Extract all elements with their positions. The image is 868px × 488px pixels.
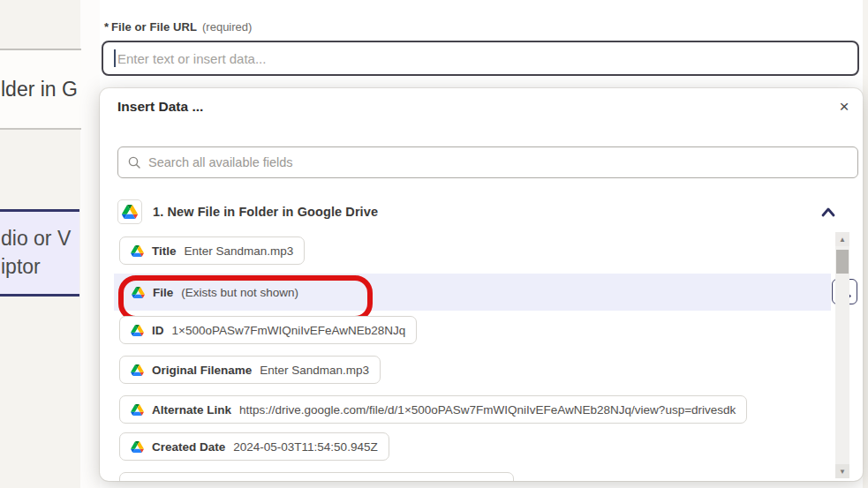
background-partial-card: lder in G — [0, 49, 81, 130]
field-label: *File or File URL(required) — [104, 20, 252, 34]
field-value: Enter Sandman.mp3 — [260, 364, 369, 377]
panel-scrollbar[interactable]: ▲ ▼ — [835, 232, 849, 478]
scroll-up-button[interactable]: ▲ — [835, 232, 849, 246]
insert-data-panel: Insert Data ... × Search all available f… — [100, 88, 863, 481]
field-name: File — [153, 286, 173, 299]
partial-text: lder in G — [1, 78, 78, 101]
field-name: Original Filename — [152, 364, 252, 377]
list-item-selected[interactable]: File (Exists but not shown) — [114, 274, 831, 311]
google-drive-icon — [117, 199, 142, 224]
field-name: Created Date — [152, 440, 225, 454]
list-item[interactable]: Original Filename Enter Sandman.mp3 — [119, 356, 381, 384]
google-drive-icon — [131, 441, 144, 453]
panel-title: Insert Data ... — [117, 99, 203, 115]
field-name: Title — [152, 244, 177, 258]
search-input[interactable]: Search all available fields — [117, 146, 858, 178]
field-name: ID — [152, 324, 164, 337]
text-caret — [114, 49, 116, 67]
scrollbar-thumb[interactable] — [836, 250, 849, 274]
background-white-strip — [80, 0, 100, 488]
form-surface: *File or File URL(required) Enter text o… — [100, 0, 863, 488]
input-placeholder: Enter text or insert data... — [117, 51, 266, 66]
list-item[interactable]: ID 1×500oPASw7FmWIQniIvEFeAwNEb28NJq — [119, 316, 417, 344]
google-drive-icon — [131, 245, 144, 257]
section-header-google-drive[interactable]: 1. New File in Folder in Google Drive — [117, 194, 378, 229]
field-label-text: File or File URL — [111, 20, 197, 34]
search-icon — [127, 155, 141, 169]
list-item[interactable]: Created Date 2024-05-03T11:54:50.945Z — [119, 432, 389, 461]
list-item[interactable]: Title Enter Sandman.mp3 — [119, 236, 305, 265]
field-value: Enter Sandman.mp3 — [185, 244, 294, 258]
search-placeholder: Search all available fields — [148, 155, 293, 169]
required-asterisk: * — [104, 20, 109, 34]
google-drive-icon — [131, 325, 144, 336]
chevron-up-icon[interactable] — [820, 206, 836, 218]
background-partial-selected-card: dio or V iptor — [0, 209, 79, 297]
field-value: https://drive.google.com/file/d/1×500oPA… — [239, 403, 736, 417]
partial-text-line2: iptor — [1, 255, 79, 280]
background-left-column: lder in G dio or V iptor — [0, 0, 100, 488]
partial-text-line1: dio or V — [1, 227, 79, 252]
file-url-input[interactable]: Enter text or insert data... — [102, 41, 859, 76]
list-item[interactable]: Alternate Link https://drive.google.com/… — [119, 395, 747, 424]
field-value: (Exists but not shown) — [181, 286, 298, 299]
scroll-down-button[interactable]: ▼ — [835, 464, 849, 478]
required-note: (required) — [202, 20, 252, 34]
google-drive-icon — [131, 364, 144, 376]
close-icon[interactable]: × — [833, 95, 856, 118]
section-title: 1. New File in Folder in Google Drive — [153, 205, 378, 219]
list-item-partial[interactable] — [119, 472, 514, 481]
field-value: 1×500oPASw7FmWIQniIvEFeAwNEb28NJq — [172, 324, 406, 337]
field-value: 2024-05-03T11:54:50.945Z — [233, 440, 377, 454]
file-pill[interactable]: File (Exists but not shown) — [120, 278, 310, 306]
screen: lder in G dio or V iptor *File or File U… — [0, 0, 868, 488]
field-name: Alternate Link — [152, 403, 231, 417]
google-drive-icon — [131, 404, 144, 416]
google-drive-icon — [132, 287, 145, 298]
